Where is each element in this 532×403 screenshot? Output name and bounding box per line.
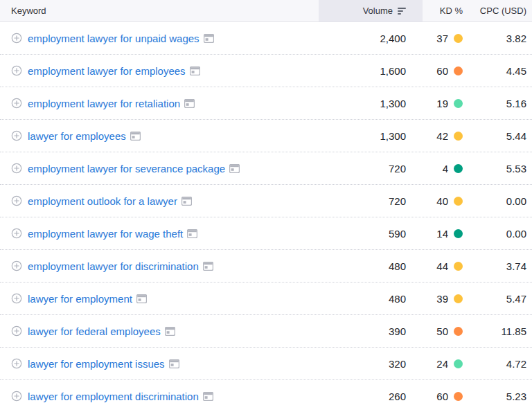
keyword-cell: lawyer for employees — [0, 120, 319, 152]
cpc-value: 0.00 — [471, 217, 532, 249]
column-header-volume[interactable]: Volume — [319, 0, 423, 21]
serp-features-icon[interactable] — [204, 34, 214, 43]
keyword-link[interactable]: lawyer for employment — [28, 293, 132, 305]
kd-difficulty-dot — [454, 262, 463, 271]
table-header-row: Keyword Volume KD % CPC (USD) — [0, 0, 532, 22]
kd-difficulty-dot — [454, 294, 463, 303]
kd-cell: 37 — [423, 22, 471, 54]
add-keyword-icon[interactable] — [11, 293, 22, 304]
column-header-kd[interactable]: KD % — [423, 0, 471, 21]
volume-value: 1,300 — [319, 120, 423, 152]
add-keyword-icon[interactable] — [11, 358, 22, 369]
kd-value: 60 — [436, 65, 448, 77]
table-row: lawyer for employment discrimination 260… — [0, 380, 532, 403]
kd-cell: 60 — [423, 380, 471, 403]
add-keyword-icon[interactable] — [11, 391, 22, 402]
add-keyword-icon[interactable] — [11, 195, 22, 206]
add-keyword-icon[interactable] — [11, 65, 22, 76]
kd-cell: 42 — [423, 120, 471, 152]
add-keyword-icon[interactable] — [11, 130, 22, 141]
keyword-link[interactable]: employment outlook for a lawyer — [28, 195, 177, 207]
add-keyword-icon[interactable] — [11, 228, 22, 239]
column-header-keyword[interactable]: Keyword — [0, 0, 319, 21]
kd-value: 14 — [436, 228, 448, 240]
kd-difficulty-dot — [454, 359, 463, 368]
table-row: employment lawyer for discrimination 480… — [0, 250, 532, 283]
kd-cell: 44 — [423, 250, 471, 282]
keyword-link[interactable]: employment lawyer for unpaid wages — [28, 33, 200, 44]
volume-value: 480 — [319, 250, 423, 282]
kd-value: 42 — [436, 130, 448, 142]
keyword-link[interactable]: lawyer for federal employees — [28, 325, 161, 337]
volume-value: 390 — [319, 315, 423, 347]
table-body: employment lawyer for unpaid wages 2,400… — [0, 22, 532, 403]
keyword-table: Keyword Volume KD % CPC (USD) employment… — [0, 0, 532, 403]
table-row: employment lawyer for wage theft 590 14 … — [0, 217, 532, 250]
serp-features-icon[interactable] — [190, 66, 200, 75]
cpc-value: 3.74 — [471, 250, 532, 282]
cpc-value: 4.45 — [471, 55, 532, 87]
kd-value: 37 — [436, 33, 448, 44]
volume-value: 1,600 — [319, 55, 423, 87]
add-keyword-icon[interactable] — [11, 325, 22, 337]
volume-value: 480 — [319, 283, 423, 314]
serp-features-icon[interactable] — [181, 197, 192, 206]
kd-cell: 24 — [423, 348, 471, 379]
add-keyword-icon[interactable] — [11, 260, 22, 271]
keyword-link[interactable]: employment lawyer for discrimination — [28, 260, 199, 272]
serp-features-icon[interactable] — [136, 294, 147, 303]
keyword-cell: employment lawyer for unpaid wages — [0, 22, 319, 54]
table-row: employment lawyer for retaliation 1,300 … — [0, 87, 532, 120]
add-keyword-icon[interactable] — [11, 33, 22, 44]
add-keyword-icon[interactable] — [11, 163, 22, 174]
volume-value: 2,400 — [319, 22, 423, 54]
column-header-cpc[interactable]: CPC (USD) — [471, 0, 532, 21]
serp-features-icon[interactable] — [187, 229, 197, 238]
kd-difficulty-dot — [454, 34, 463, 43]
keyword-cell: lawyer for federal employees — [0, 315, 319, 347]
serp-features-icon[interactable] — [184, 99, 195, 108]
table-row: lawyer for federal employees 390 50 11.8… — [0, 315, 532, 348]
kd-value: 60 — [436, 391, 448, 402]
serp-features-icon[interactable] — [203, 262, 213, 271]
serp-features-icon[interactable] — [169, 359, 179, 368]
kd-difficulty-dot — [454, 327, 463, 336]
kd-difficulty-dot — [454, 164, 463, 173]
keyword-cell: employment lawyer for discrimination — [0, 250, 319, 282]
table-row: lawyer for employment 480 39 5.47 — [0, 283, 532, 315]
serp-features-icon[interactable] — [130, 132, 141, 141]
serp-features-icon[interactable] — [203, 392, 213, 401]
keyword-link[interactable]: employment lawyer for retaliation — [28, 98, 180, 109]
keyword-cell: employment lawyer for wage theft — [0, 217, 319, 249]
kd-cell: 60 — [423, 55, 471, 87]
keyword-link[interactable]: lawyer for employment issues — [28, 358, 165, 370]
table-row: employment outlook for a lawyer 720 40 0… — [0, 185, 532, 217]
keyword-link[interactable]: employment lawyer for severance package — [28, 163, 225, 174]
table-row: lawyer for employees 1,300 42 5.44 — [0, 120, 532, 152]
serp-features-icon[interactable] — [165, 327, 175, 336]
keyword-link[interactable]: lawyer for employment discrimination — [28, 391, 199, 402]
cpc-value: 5.23 — [471, 380, 532, 403]
kd-value: 39 — [436, 293, 448, 305]
table-row: employment lawyer for unpaid wages 2,400… — [0, 22, 532, 55]
kd-difficulty-dot — [454, 132, 463, 141]
kd-value: 19 — [436, 98, 448, 109]
column-header-volume-label: Volume — [363, 6, 393, 16]
keyword-link[interactable]: employment lawyer for employees — [28, 65, 186, 77]
add-keyword-icon[interactable] — [11, 98, 22, 109]
volume-value: 260 — [319, 380, 423, 403]
table-row: employment lawyer for employees 1,600 60… — [0, 55, 532, 87]
volume-value: 590 — [319, 217, 423, 249]
kd-cell: 14 — [423, 217, 471, 249]
serp-features-icon[interactable] — [229, 164, 240, 173]
kd-value: 40 — [436, 195, 448, 207]
volume-value: 1,300 — [319, 87, 423, 119]
keyword-link[interactable]: employment lawyer for wage theft — [28, 228, 183, 240]
kd-cell: 40 — [423, 185, 471, 217]
keyword-link[interactable]: lawyer for employees — [28, 130, 126, 142]
kd-cell: 39 — [423, 283, 471, 314]
keyword-cell: employment lawyer for retaliation — [0, 87, 319, 119]
keyword-cell: lawyer for employment issues — [0, 348, 319, 379]
kd-cell: 50 — [423, 315, 471, 347]
volume-value: 320 — [319, 348, 423, 379]
